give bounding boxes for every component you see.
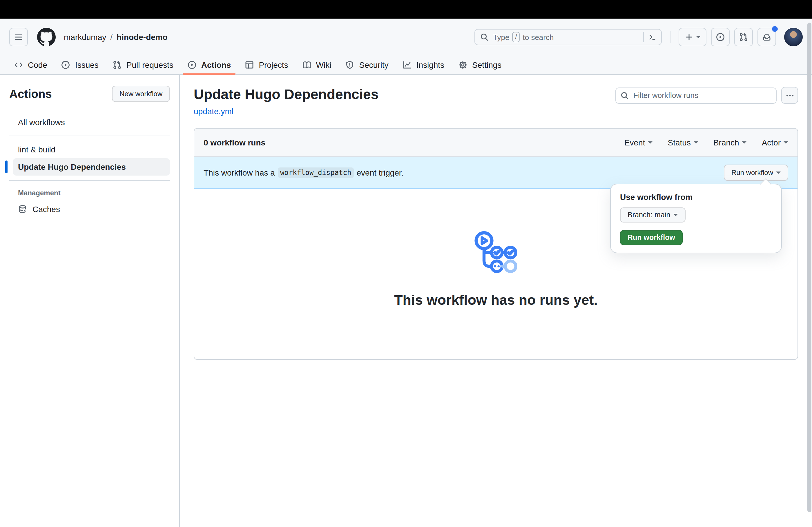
sidebar-item-caches[interactable]: Caches bbox=[13, 200, 170, 218]
divider bbox=[643, 32, 644, 42]
breadcrumb-owner-link[interactable]: markdumay bbox=[64, 32, 106, 42]
sidebar-title: Actions bbox=[9, 87, 52, 101]
notification-dot bbox=[772, 26, 778, 32]
scrollbar-thumb[interactable] bbox=[807, 22, 811, 512]
slash-key-icon: / bbox=[512, 32, 520, 42]
new-workflow-button[interactable]: New workflow bbox=[112, 86, 170, 102]
workflow-list: All workflows lint & build Update Hugo D… bbox=[9, 114, 170, 218]
branch-select-button[interactable]: Branch: main bbox=[620, 208, 685, 223]
command-palette-icon[interactable] bbox=[647, 32, 656, 42]
tab-issues[interactable]: Issues bbox=[55, 55, 104, 74]
table-icon bbox=[245, 60, 254, 69]
sidebar-item-update-hugo-dependencies[interactable]: Update Hugo Dependencies bbox=[13, 158, 170, 176]
graph-icon bbox=[403, 60, 412, 69]
branch-filter-dropdown[interactable]: Branch bbox=[713, 138, 747, 148]
tab-pull-requests[interactable]: Pull requests bbox=[107, 55, 179, 74]
gear-icon bbox=[458, 60, 467, 69]
search-placeholder-suffix: to search bbox=[523, 33, 554, 42]
database-icon bbox=[18, 205, 27, 214]
run-workflow-popover: Use workflow from Branch: main Run workf… bbox=[610, 184, 782, 253]
tab-code[interactable]: Code bbox=[8, 55, 53, 74]
breadcrumb-repo-link[interactable]: hinode-demo bbox=[117, 32, 168, 42]
run-workflow-dropdown-button[interactable]: Run workflow bbox=[724, 165, 788, 181]
chevron-down-icon bbox=[694, 142, 698, 144]
chevron-down-icon bbox=[696, 36, 701, 38]
code-icon bbox=[14, 60, 23, 69]
create-new-button[interactable] bbox=[679, 28, 707, 46]
chevron-down-icon bbox=[776, 172, 781, 174]
workflow-dispatch-code: workflow_dispatch bbox=[278, 168, 354, 178]
workflow-file-link[interactable]: update.yml bbox=[194, 107, 233, 116]
workflow-options-button[interactable] bbox=[781, 87, 798, 104]
issues-dashboard-button[interactable] bbox=[711, 28, 730, 46]
plus-icon bbox=[684, 32, 694, 42]
play-icon bbox=[187, 60, 197, 69]
empty-state-heading: This workflow has no runs yet. bbox=[394, 292, 597, 308]
search-placeholder-prefix: Type bbox=[493, 33, 509, 42]
status-filter-dropdown[interactable]: Status bbox=[668, 138, 698, 148]
chevron-down-icon bbox=[742, 142, 747, 144]
runs-count-label: 0 workflow runs bbox=[204, 138, 265, 148]
top-black-bar bbox=[0, 0, 812, 19]
global-search-input[interactable]: Type / to search bbox=[475, 29, 662, 45]
divider bbox=[9, 136, 170, 136]
management-section-label: Management bbox=[9, 189, 170, 197]
hamburger-menu-button[interactable] bbox=[9, 28, 28, 46]
filter-workflow-runs-input[interactable] bbox=[615, 87, 777, 103]
tab-wiki[interactable]: Wiki bbox=[296, 55, 337, 74]
workflow-graph-illustration bbox=[472, 231, 520, 278]
git-pull-request-icon bbox=[113, 60, 122, 69]
flash-text-after: event trigger. bbox=[357, 168, 404, 178]
shield-icon bbox=[345, 60, 354, 69]
inbox-icon bbox=[762, 32, 771, 42]
flash-text-before: This workflow has a bbox=[204, 168, 275, 178]
tab-projects[interactable]: Projects bbox=[239, 55, 294, 74]
divider bbox=[9, 180, 170, 181]
actor-filter-dropdown[interactable]: Actor bbox=[762, 138, 788, 148]
github-logo[interactable] bbox=[37, 28, 56, 46]
git-pull-request-icon bbox=[739, 32, 748, 42]
tab-actions[interactable]: Actions bbox=[182, 55, 237, 74]
github-mark-icon bbox=[37, 28, 56, 46]
popover-heading: Use workflow from bbox=[620, 192, 772, 202]
divider bbox=[670, 31, 670, 43]
chevron-down-icon bbox=[784, 142, 788, 144]
book-icon bbox=[302, 60, 311, 69]
search-icon bbox=[480, 32, 489, 42]
tab-insights[interactable]: Insights bbox=[397, 55, 450, 74]
issue-opened-icon bbox=[716, 32, 725, 42]
issue-opened-icon bbox=[61, 60, 71, 69]
scrollbar[interactable] bbox=[806, 19, 812, 527]
breadcrumb: markdumay / hinode-demo bbox=[64, 32, 168, 42]
sidebar-item-lint-and-build[interactable]: lint & build bbox=[13, 141, 170, 158]
event-filter-dropdown[interactable]: Event bbox=[624, 138, 653, 148]
run-workflow-submit-button[interactable]: Run workflow bbox=[620, 230, 683, 245]
sidebar-item-label: Caches bbox=[32, 205, 60, 214]
avatar[interactable] bbox=[784, 28, 803, 46]
chevron-down-icon bbox=[648, 142, 653, 144]
page-title: Update Hugo Dependencies bbox=[194, 87, 378, 102]
chevron-down-icon bbox=[673, 214, 678, 216]
kebab-horizontal-icon bbox=[785, 91, 794, 100]
hamburger-icon bbox=[14, 32, 23, 42]
inbox-button[interactable] bbox=[757, 28, 776, 46]
repo-nav: Code Issues Pull requests Actions Projec… bbox=[0, 55, 812, 75]
app-header: markdumay / hinode-demo Type / to search bbox=[0, 19, 812, 75]
search-icon bbox=[620, 91, 629, 100]
tab-settings[interactable]: Settings bbox=[452, 55, 507, 74]
breadcrumb-separator: / bbox=[110, 32, 113, 42]
pull-requests-dashboard-button[interactable] bbox=[734, 28, 753, 46]
tab-security[interactable]: Security bbox=[339, 55, 394, 74]
sidebar-item-all-workflows[interactable]: All workflows bbox=[13, 114, 170, 131]
main-content: Update Hugo Dependencies update.yml 0 wo… bbox=[180, 75, 812, 527]
actions-sidebar: Actions New workflow All workflows lint … bbox=[0, 75, 180, 527]
